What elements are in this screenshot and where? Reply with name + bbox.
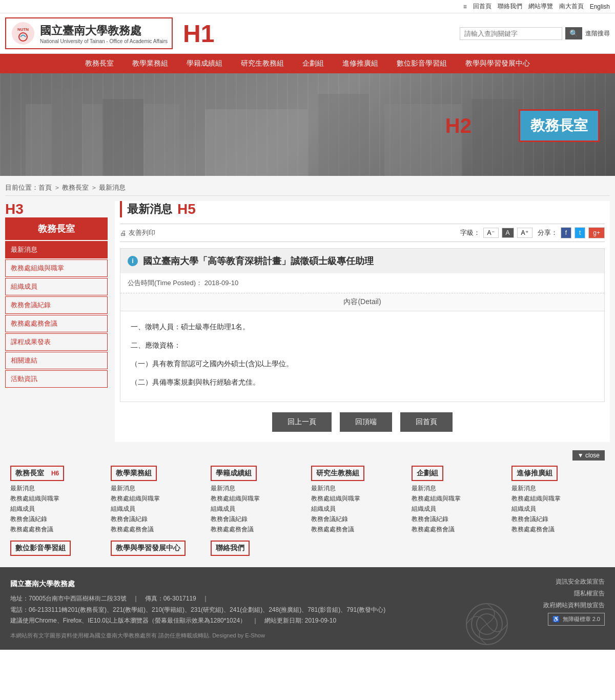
footer-right: 資訊安全政策宣告 隱私權宣告 政府網站資料開放宣告 ♿ 無障礙標章 2.0 bbox=[543, 577, 605, 627]
article-meta: 公告時間(Time Posted)： 2018-09-10 bbox=[120, 273, 604, 293]
top-bar: ≡ 回首頁 聯絡我們 網站導覽 南大首頁 English bbox=[0, 0, 615, 13]
svg-text:NUTN: NUTN bbox=[17, 27, 29, 32]
share-twitter-button[interactable]: t bbox=[575, 227, 585, 238]
font-large-button[interactable]: A⁺ bbox=[517, 228, 532, 238]
sitemap-link[interactable]: 最新消息 bbox=[311, 484, 404, 493]
sitemap-grid-2: 數位影音學習組 教學與學習發展中心 聯絡我們 bbox=[10, 541, 605, 559]
search-input[interactable] bbox=[460, 27, 562, 40]
body-line-1: 一、徵聘人員：碩士級專任助理1名。 bbox=[131, 319, 594, 334]
sitemap-link[interactable]: 教務會議紀錄 bbox=[211, 515, 304, 524]
sitemap-link[interactable]: 教務處處務會議 bbox=[10, 525, 104, 534]
sitemap-link[interactable]: 教務處組織與職掌 bbox=[111, 494, 204, 503]
body-line-3: （一）具有教育部認可之國內外碩士(含)以上學位。 bbox=[131, 356, 594, 371]
sidebar-link-events[interactable]: 活動資訊 bbox=[6, 371, 107, 387]
article-box: i 國立臺南大學「高等教育深耕計畫」誠徵碩士級專任助理 公告時間(Time Po… bbox=[120, 248, 605, 402]
nav-item-planning[interactable]: 企劃組 bbox=[293, 54, 333, 73]
sitemap-link[interactable]: 教務處處務會議 bbox=[111, 525, 204, 534]
sidebar-item-members[interactable]: 組織成員 bbox=[5, 278, 108, 295]
sidebar-item-latest-news[interactable]: 最新消息 H4 bbox=[5, 241, 108, 258]
sitemap-close-button[interactable]: ▼ close bbox=[572, 450, 605, 461]
action-buttons: 回上一頁 回頂端 回首頁 bbox=[120, 412, 605, 432]
sitemap-link[interactable]: 教務處組織與職掌 bbox=[311, 494, 404, 503]
sitemap-link[interactable]: 教務處處務會議 bbox=[211, 525, 304, 534]
header: NUTN 國立臺南大學教務處 National University of Ta… bbox=[0, 13, 615, 54]
sitemap-link[interactable]: 組織成員 bbox=[211, 505, 304, 513]
sidebar-link-meeting[interactable]: 教務會議紀錄 bbox=[6, 297, 107, 313]
sidebar-link-links[interactable]: 相關連結 bbox=[6, 352, 107, 369]
sitemap-link[interactable]: 教務處組織與職掌 bbox=[412, 494, 505, 503]
sitemap-link[interactable]: 教務會議紀錄 bbox=[111, 515, 204, 524]
sitemap-col-title-digital: 數位影音學習組 bbox=[10, 541, 71, 556]
search-row: 🔍 進階搜尋 bbox=[460, 27, 610, 40]
sitemap-link[interactable]: 組織成員 bbox=[111, 505, 204, 513]
nav-english[interactable]: English bbox=[590, 3, 610, 10]
share-gplus-button[interactable]: g+ bbox=[588, 227, 605, 238]
svg-rect-7 bbox=[318, 94, 369, 176]
sidebar-link-org[interactable]: 教務處組織與職掌 bbox=[6, 260, 107, 276]
meta-label: 公告時間(Time Posted)： bbox=[128, 279, 202, 287]
font-normal-button[interactable]: A bbox=[502, 228, 514, 238]
accessibility-badge: ♿ 無障礙標章 2.0 bbox=[548, 613, 605, 626]
nav-sitemap[interactable]: 網站導覽 bbox=[528, 2, 553, 11]
footer-link-security[interactable]: 資訊安全政策宣告 bbox=[556, 577, 605, 586]
advanced-search-link[interactable]: 進階搜尋 bbox=[585, 29, 610, 38]
home-button[interactable]: 回首頁 bbox=[400, 412, 453, 432]
sidebar-item-course[interactable]: 課程成果發表 bbox=[5, 333, 108, 351]
sidebar-link-course[interactable]: 課程成果發表 bbox=[6, 334, 107, 350]
search-button[interactable]: 🔍 bbox=[565, 27, 582, 39]
nav-item-grad[interactable]: 研究生教務組 bbox=[232, 54, 293, 73]
top-button[interactable]: 回頂端 bbox=[340, 412, 392, 432]
sidebar-link-affairs[interactable]: 教務處處務會議 bbox=[6, 315, 107, 332]
sidebar-item-meeting[interactable]: 教務會議紀錄 bbox=[5, 296, 108, 314]
sidebar-item-org[interactable]: 教務處組織與職掌 bbox=[5, 259, 108, 277]
sidebar-link-members[interactable]: 組織成員 bbox=[6, 278, 107, 295]
svg-rect-4 bbox=[51, 89, 82, 176]
sitemap-col-links-teaching: 最新消息 教務處組織與職掌 組織成員 教務會議紀錄 教務處處務會議 bbox=[111, 484, 204, 534]
sitemap-link[interactable]: 教務會議紀錄 bbox=[311, 515, 404, 524]
sidebar-item-links[interactable]: 相關連結 bbox=[5, 352, 108, 369]
sitemap-col-planning: 企劃組 最新消息 教務處組織與職掌 組織成員 教務會議紀錄 教務處處務會議 bbox=[412, 466, 505, 535]
footer-link-opendata[interactable]: 政府網站資料開放宣告 bbox=[543, 601, 605, 610]
print-button[interactable]: 🖨 友善列印 bbox=[120, 228, 155, 237]
sitemap-link[interactable]: 教務處組織與職掌 bbox=[511, 494, 605, 503]
nav-nutn[interactable]: 南大首頁 bbox=[559, 2, 584, 11]
share-facebook-button[interactable]: f bbox=[561, 227, 571, 238]
sitemap-link[interactable]: 最新消息 bbox=[412, 484, 505, 493]
sitemap-link[interactable]: 最新消息 bbox=[10, 484, 104, 493]
nav-item-learning[interactable]: 教學與學習發展中心 bbox=[456, 54, 539, 73]
sitemap-link[interactable]: 最新消息 bbox=[511, 484, 605, 493]
sitemap-col-links-dean: 最新消息 教務處組織與職掌 組織成員 教務會議紀錄 教務處處務會議 bbox=[10, 484, 104, 534]
sidebar-item-affairs[interactable]: 教務處處務會議 bbox=[5, 315, 108, 332]
sitemap-link[interactable]: 組織成員 bbox=[10, 505, 104, 513]
footer-link-privacy[interactable]: 隱私權宣告 bbox=[574, 589, 605, 598]
sitemap-link[interactable]: 組織成員 bbox=[412, 505, 505, 513]
sitemap-link[interactable]: 最新消息 bbox=[111, 484, 204, 493]
sitemap-link[interactable]: 最新消息 bbox=[211, 484, 304, 493]
nav-home[interactable]: 回首頁 bbox=[473, 2, 491, 11]
sitemap-link[interactable]: 教務處組織與職掌 bbox=[211, 494, 304, 503]
sitemap-link[interactable]: 教務處處務會議 bbox=[412, 525, 505, 534]
sitemap-link[interactable]: 教務會議紀錄 bbox=[511, 515, 605, 524]
sitemap-link[interactable]: 教務處組織與職掌 bbox=[10, 494, 104, 503]
sitemap-link[interactable]: 教務處處務會議 bbox=[511, 525, 605, 534]
sitemap-col-title-contact: 聯絡我們 bbox=[211, 541, 250, 556]
nav-item-teaching[interactable]: 教學業務組 bbox=[123, 54, 177, 73]
nav-item-dean[interactable]: 教務長室 bbox=[76, 54, 123, 73]
sitemap-col-links-registrar: 最新消息 教務處組織與職掌 組織成員 教務會議紀錄 教務處處務會議 bbox=[211, 484, 304, 534]
sitemap-link[interactable]: 組織成員 bbox=[511, 505, 605, 513]
sitemap-link[interactable]: 教務會議紀錄 bbox=[10, 515, 104, 524]
nav-item-registrar[interactable]: 學籍成績組 bbox=[177, 54, 232, 73]
font-small-button[interactable]: A⁻ bbox=[483, 228, 499, 238]
sitemap-link[interactable]: 教務處處務會議 bbox=[311, 525, 404, 534]
sitemap-link[interactable]: 組織成員 bbox=[311, 505, 404, 513]
footer-copyright: 本網站所有文字圖形資料使用權為國立臺南大學教務處所有 請勿任意轉載或轉貼. De… bbox=[10, 632, 605, 639]
sitemap-col-title-dean: 教務長室 H6 bbox=[10, 466, 64, 481]
sitemap-col-title-planning: 企劃組 bbox=[412, 466, 443, 481]
nav-item-digital[interactable]: 數位影音學習組 bbox=[387, 54, 456, 73]
sidebar-item-events[interactable]: 活動資訊 bbox=[5, 370, 108, 388]
svg-rect-9 bbox=[471, 99, 523, 176]
sitemap-link[interactable]: 教務會議紀錄 bbox=[412, 515, 505, 524]
nav-item-extension[interactable]: 進修推廣組 bbox=[333, 54, 387, 73]
nav-contact[interactable]: 聯絡我們 bbox=[498, 2, 522, 11]
back-button[interactable]: 回上一頁 bbox=[272, 412, 332, 432]
